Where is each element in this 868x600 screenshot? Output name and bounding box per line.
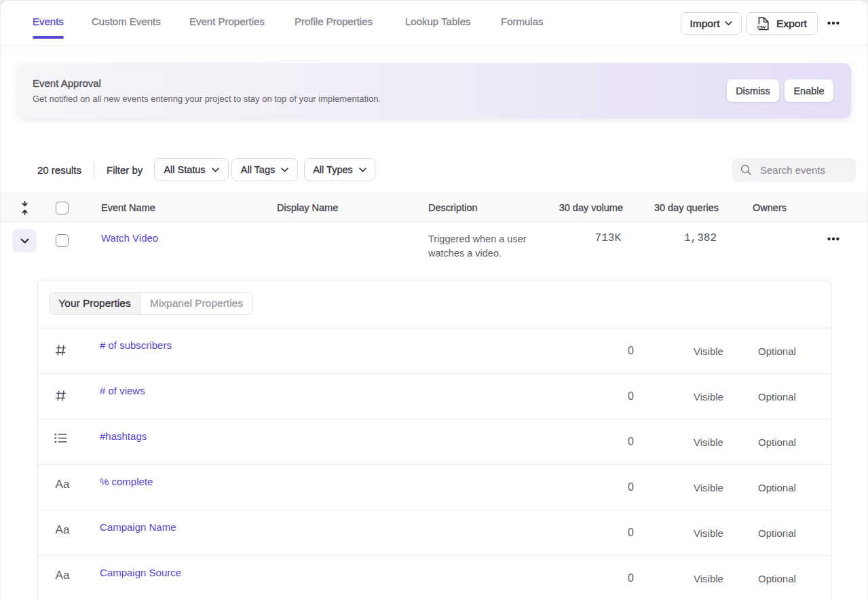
svg-text:csv: csv <box>757 23 766 29</box>
